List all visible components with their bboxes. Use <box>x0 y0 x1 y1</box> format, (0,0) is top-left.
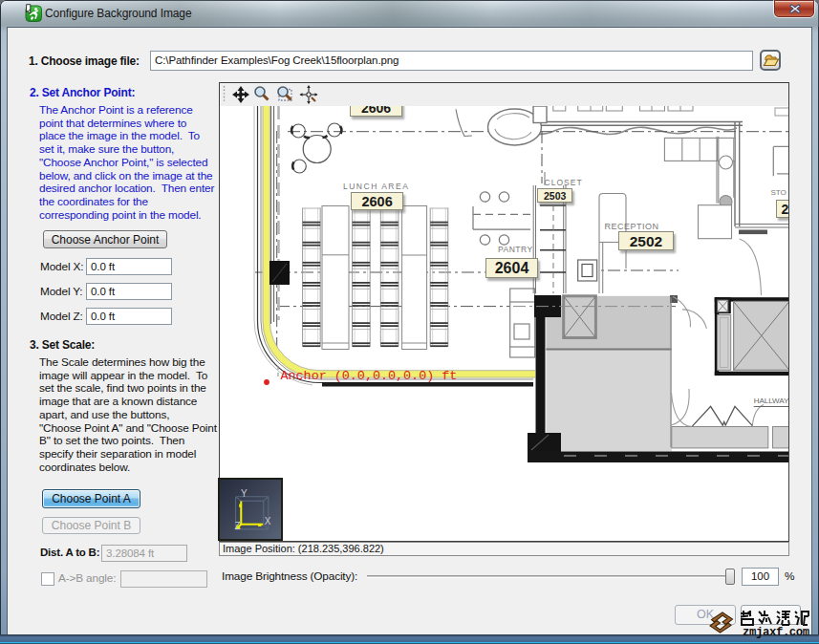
svg-text:Y: Y <box>241 488 248 499</box>
svg-text:CLOSET: CLOSET <box>545 178 583 187</box>
svg-text:STO: STO <box>770 188 786 197</box>
svg-text:X: X <box>265 516 271 526</box>
svg-text:Z: Z <box>235 521 241 531</box>
svg-text:Anchor (0.0,0.0,0.0) ft: Anchor (0.0,0.0,0.0) ft <box>281 369 458 383</box>
svg-text:LUNCH AREA: LUNCH AREA <box>343 182 409 191</box>
svg-text:zmjaxf.com: zmjaxf.com <box>743 626 809 639</box>
svg-text:RECEPTION: RECEPTION <box>605 222 659 231</box>
svg-text:HALLWAY: HALLWAY <box>754 397 788 405</box>
svg-text:PANTRY: PANTRY <box>498 245 533 254</box>
